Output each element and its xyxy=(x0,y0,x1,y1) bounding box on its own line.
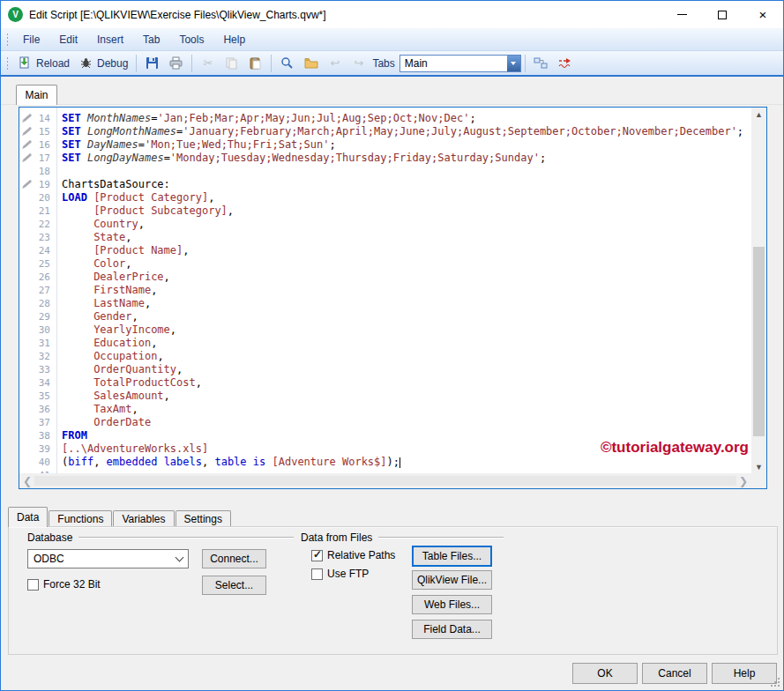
tab-settings[interactable]: Settings xyxy=(175,510,231,527)
menu-tab[interactable]: Tab xyxy=(133,30,169,49)
script-tab-main[interactable]: Main xyxy=(16,85,57,105)
print-button[interactable] xyxy=(164,55,188,72)
code-line: 16SET DayNames='Mon;Tue;Wed;Thu;Fri;Sat;… xyxy=(19,138,751,152)
maximize-button[interactable] xyxy=(702,1,743,28)
files-group-rule xyxy=(378,537,504,539)
horizontal-scroll-thumb[interactable] xyxy=(34,476,736,486)
table-files-button[interactable]: Table Files... xyxy=(412,546,492,567)
menu-help[interactable]: Help xyxy=(213,30,255,49)
data-tab-pane xyxy=(8,526,778,655)
paste-button[interactable] xyxy=(243,55,267,72)
toolbar: Reload Debug ✂ ↩ ↪ Tabs xyxy=(1,51,783,77)
code-text: DealerPrice, xyxy=(56,271,170,284)
use-ftp-checkbox[interactable]: ✓ Use FTP xyxy=(311,568,369,580)
code-text: State, xyxy=(56,231,131,244)
syntax-check-button[interactable] xyxy=(553,55,577,72)
menubar-grip[interactable] xyxy=(6,33,9,47)
select-button[interactable]: Select... xyxy=(202,576,266,595)
vertical-scroll-thumb[interactable] xyxy=(753,247,765,437)
cut-button[interactable]: ✂ xyxy=(196,55,220,72)
ok-button[interactable]: OK xyxy=(572,663,638,684)
line-number: 16 xyxy=(39,138,50,152)
reload-button[interactable]: Reload xyxy=(13,55,74,72)
code-text: [Product Name], xyxy=(56,244,190,257)
force-32bit-checkbox[interactable]: ✓ Force 32 Bit xyxy=(27,578,101,591)
field-data-button[interactable]: Field Data... xyxy=(412,620,492,639)
line-number: 33 xyxy=(39,363,50,376)
tab-selector[interactable]: Main xyxy=(399,55,521,72)
help-button[interactable]: Help xyxy=(712,663,777,684)
line-gutter: 36 xyxy=(19,403,56,416)
tab-selector-value: Main xyxy=(400,57,507,70)
code-text: LastName, xyxy=(56,297,151,310)
line-number: 34 xyxy=(39,376,50,390)
chevron-down-icon[interactable] xyxy=(507,56,520,71)
line-number: 31 xyxy=(39,337,50,350)
find-button[interactable] xyxy=(275,55,299,72)
code-text: Color, xyxy=(56,257,131,271)
close-icon: × xyxy=(759,8,767,21)
close-button[interactable]: × xyxy=(743,1,783,28)
copy-button[interactable] xyxy=(220,55,243,72)
line-number: 19 xyxy=(39,178,50,191)
connect-button[interactable]: Connect... xyxy=(202,549,266,568)
save-button[interactable] xyxy=(140,55,164,72)
checkbox-box: ✓ xyxy=(311,550,323,561)
line-number: 27 xyxy=(39,284,50,297)
line-number: 37 xyxy=(39,416,50,429)
line-number: 17 xyxy=(39,152,50,165)
code-text: ChartsDataSource: xyxy=(56,178,170,191)
code-line: 33 OrderQuantity, xyxy=(19,363,751,376)
vertical-scrollbar[interactable]: ▲ ▼ xyxy=(751,108,766,473)
scroll-down-icon[interactable]: ▼ xyxy=(751,460,766,473)
tabs-label: Tabs xyxy=(372,57,394,70)
code-area[interactable]: 14SET MonthNames='Jan;Feb;Mar;Apr;May;Ju… xyxy=(19,108,751,473)
code-line: 34 TotalProductCost, xyxy=(19,376,751,390)
paste-icon xyxy=(248,56,263,71)
menu-insert[interactable]: Insert xyxy=(87,30,133,49)
cancel-button[interactable]: Cancel xyxy=(642,663,707,684)
menu-file[interactable]: File xyxy=(13,30,49,49)
code-line: 27 FirstName, xyxy=(19,284,751,297)
tab-variables[interactable]: Variables xyxy=(113,510,174,527)
line-number: 29 xyxy=(39,310,50,323)
tab-data[interactable]: Data xyxy=(8,507,48,527)
line-number: 35 xyxy=(39,390,50,403)
scroll-left-icon[interactable]: ❮ xyxy=(23,476,32,487)
code-text: LOAD [Product Category], xyxy=(56,191,214,204)
open-file-button[interactable] xyxy=(299,55,323,72)
checkbox-box: ✓ xyxy=(311,568,323,580)
qlikview-file-button[interactable]: QlikView File... xyxy=(412,570,492,590)
code-text: OrderQuantity, xyxy=(56,363,183,376)
line-gutter: 32 xyxy=(19,350,56,363)
resize-grip[interactable] xyxy=(769,676,780,687)
code-line: 24 [Product Name], xyxy=(19,244,751,257)
window-title: Edit Script [E:\QLIKVIEW\Exercise Files\… xyxy=(29,9,326,21)
minimize-button[interactable] xyxy=(661,1,702,28)
forward-button[interactable]: ↪ xyxy=(347,55,370,72)
reload-icon xyxy=(18,56,33,71)
line-number: 21 xyxy=(39,204,50,218)
debug-icon xyxy=(78,56,93,71)
menu-tools[interactable]: Tools xyxy=(169,30,213,49)
horizontal-scrollbar[interactable]: ❮ ❯ xyxy=(19,473,751,488)
menu-edit[interactable]: Edit xyxy=(49,30,87,49)
toolbar-grip[interactable] xyxy=(6,56,9,71)
code-line: 23 State, xyxy=(19,231,751,244)
line-number: 22 xyxy=(39,218,50,231)
scroll-right-icon[interactable]: ❯ xyxy=(739,476,748,487)
toolbar-separator xyxy=(136,55,137,72)
debug-label: Debug xyxy=(97,57,128,70)
line-gutter: 39 xyxy=(19,442,56,456)
scroll-up-icon[interactable]: ▲ xyxy=(751,108,766,121)
relative-paths-checkbox[interactable]: ✓ Relative Paths xyxy=(311,549,395,561)
database-type-select[interactable]: ODBC xyxy=(27,549,189,568)
line-gutter: 21 xyxy=(19,204,56,218)
back-button[interactable]: ↩ xyxy=(323,55,347,72)
line-number: 25 xyxy=(39,257,50,271)
move-tab-button[interactable] xyxy=(529,55,553,72)
web-files-button[interactable]: Web Files... xyxy=(412,595,492,614)
debug-button[interactable]: Debug xyxy=(74,55,132,72)
line-number: 24 xyxy=(39,244,50,257)
tab-functions[interactable]: Functions xyxy=(49,510,112,527)
